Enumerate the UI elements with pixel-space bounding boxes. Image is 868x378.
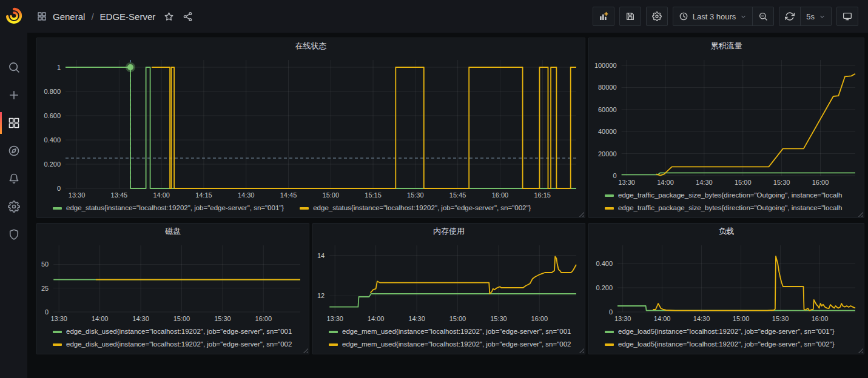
panel-load: 负载00.2000.40013:3014:0014:3015:0015:3016… — [588, 223, 864, 354]
kiosk-mode-button[interactable] — [837, 7, 858, 25]
grafana-logo-icon[interactable] — [0, 0, 27, 31]
clock-icon — [679, 12, 688, 21]
panel-title-cumulative-traffic[interactable]: 累积流量 — [589, 38, 864, 54]
share-icon[interactable] — [183, 12, 193, 22]
grid-icon — [8, 117, 20, 129]
zoom-out-button[interactable] — [752, 7, 773, 25]
search-icon — [8, 61, 20, 73]
time-series-chart-online-status: 00.2000.4000.6000.800113:3013:4514:0014:… — [37, 54, 585, 202]
series-label: edge_disk_used{instance="localhost:19202… — [66, 325, 292, 338]
legend-item[interactable]: edge_disk_used{instance="localhost:19202… — [53, 338, 304, 351]
x-tick-label: 15:00 — [733, 315, 750, 322]
x-tick-label: 14:00 — [368, 315, 385, 322]
x-tick-label: 14:00 — [654, 315, 671, 322]
legend-item[interactable]: edge_mem_used{instance="localhost:19202"… — [329, 325, 580, 338]
legend-item[interactable]: edge_load5{instance="localhost:19202", j… — [605, 338, 859, 351]
y-tick-label: 1 — [57, 64, 61, 71]
compass-icon — [8, 145, 20, 157]
x-tick-label: 16:00 — [492, 191, 509, 199]
legend-item[interactable]: edge_traffic_package_size_bytes{directio… — [605, 202, 859, 214]
series-color-swatch — [53, 207, 62, 210]
y-tick-label: 0.200 — [44, 161, 61, 168]
sidebar-item-server-admin[interactable] — [0, 220, 27, 248]
legend-item[interactable]: edge_mem_used{instance="localhost:19202"… — [329, 338, 580, 351]
legend-item[interactable]: edge_disk_used{instance="localhost:19202… — [53, 325, 304, 338]
add-panel-button[interactable] — [593, 7, 614, 25]
chevron-down-icon — [740, 13, 747, 20]
series-line — [656, 74, 855, 176]
x-tick-label: 14:00 — [657, 179, 674, 186]
y-tick-label: 20000 — [598, 150, 617, 158]
series-label: edge_disk_used{instance="localhost:19202… — [66, 338, 292, 351]
time-series-chart-memory-usage: 121413:3014:0014:3015:0015:3016:00 — [313, 239, 585, 325]
refresh-interval-select[interactable]: 5s — [800, 7, 831, 25]
save-dashboard-button[interactable] — [620, 7, 641, 25]
refresh-button[interactable] — [779, 7, 800, 25]
panel-title-memory-usage[interactable]: 内存使用 — [313, 224, 585, 239]
zoom-out-icon — [758, 12, 768, 21]
series-label: edge_mem_used{instance="localhost:19202"… — [342, 338, 571, 351]
bell-icon — [8, 173, 20, 185]
y-tick-label: 60000 — [598, 106, 617, 113]
legend-item[interactable]: edge_status{instance="localhost:19202", … — [53, 202, 284, 214]
panel-title-load[interactable]: 负载 — [589, 224, 864, 239]
sidebar-item-search[interactable] — [0, 53, 27, 81]
series-color-swatch — [605, 194, 614, 197]
sidebar-item-configuration[interactable] — [0, 193, 27, 220]
x-tick-label: 14:00 — [92, 315, 109, 322]
legend-item[interactable]: edge_status{instance="localhost:19202", … — [300, 202, 531, 214]
annotation-dot[interactable] — [127, 64, 133, 70]
legend-item[interactable]: edge_load5{instance="localhost:19202", j… — [605, 325, 859, 338]
save-icon — [625, 12, 635, 21]
series-color-swatch — [605, 343, 614, 346]
x-tick-label: 13:45 — [111, 191, 128, 199]
series-line — [152, 67, 576, 188]
panel-title-disk[interactable]: 磁盘 — [37, 224, 309, 239]
toolbar-group — [593, 7, 614, 26]
star-icon[interactable] — [164, 12, 174, 22]
y-tick-label: 80000 — [598, 84, 617, 91]
sidebar-item-create[interactable] — [0, 81, 27, 109]
sidebar-item-explore[interactable] — [0, 137, 27, 165]
add-panel-icon — [599, 12, 608, 21]
series-color-swatch — [53, 343, 62, 346]
toolbar-group — [836, 7, 858, 26]
series-color-swatch — [329, 331, 338, 333]
y-tick-label: 0.400 — [596, 260, 613, 267]
x-tick-label: 16:15 — [534, 191, 551, 199]
dashboard-row-1: 在线状态00.2000.4000.6000.800113:3013:4514:0… — [36, 38, 864, 218]
x-tick-label: 16:00 — [255, 315, 272, 322]
x-tick-label: 14:30 — [238, 191, 255, 199]
panel-cumulative-traffic: 累积流量02000040000600008000010000013:3014:0… — [588, 38, 864, 218]
panel-legend: edge_traffic_package_size_bytes{directio… — [589, 189, 864, 217]
series-label: edge_load5{instance="localhost:19202", j… — [618, 325, 835, 338]
toolbar-group: Last 3 hours — [673, 7, 775, 26]
x-tick-label: 13:30 — [614, 315, 631, 322]
panel-title-online-status[interactable]: 在线状态 — [37, 38, 585, 54]
x-tick-label: 14:15 — [195, 191, 212, 199]
x-tick-label: 13:30 — [69, 191, 86, 199]
time-series-chart-load: 00.2000.40013:3014:0014:3015:0015:3016:0… — [589, 239, 864, 325]
y-tick-label: 0.200 — [596, 284, 613, 291]
panel-legend: edge_mem_used{instance="localhost:19202"… — [313, 325, 585, 354]
sidebar-item-dashboards[interactable] — [0, 109, 27, 137]
dashboard-settings-button[interactable] — [647, 7, 667, 25]
y-tick-label: 50 — [41, 260, 49, 268]
chart-svg: 02000040000600008000010000013:3014:0014:… — [589, 54, 864, 189]
x-tick-label: 15:30 — [490, 315, 507, 322]
dashboard-row-2: 磁盘0255013:3014:0014:3015:0015:3016:00edg… — [36, 223, 864, 354]
sidebar-item-alerting[interactable] — [0, 165, 27, 193]
breadcrumb-section[interactable]: General — [53, 12, 85, 22]
dashboard-grid: 在线状态00.2000.4000.6000.800113:3013:4514:0… — [36, 38, 864, 354]
x-tick-label: 15:00 — [323, 191, 340, 199]
chart-svg: 0255013:3014:0014:3015:0015:3016:00 — [37, 239, 309, 325]
breadcrumb-dashboard-title[interactable]: EDGE-Server — [100, 12, 156, 22]
legend-item[interactable]: edge_traffic_package_size_bytes{directio… — [605, 189, 859, 202]
plus-icon — [8, 89, 20, 101]
series-label: edge_status{instance="localhost:19202", … — [313, 202, 531, 214]
y-tick-label: 0.800 — [44, 88, 61, 95]
time-picker-button[interactable]: Last 3 hours — [673, 7, 753, 25]
breadcrumb: General / EDGE-Server — [37, 12, 193, 22]
y-tick-label: 12 — [317, 292, 325, 299]
x-tick-label: 15:30 — [407, 191, 424, 199]
